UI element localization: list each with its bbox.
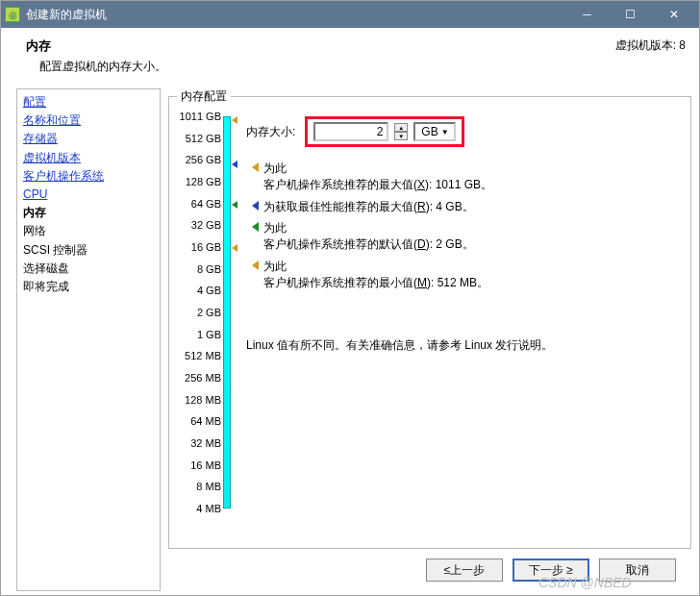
scale-marker-icon [232, 244, 238, 252]
page-subtitle: 配置虚拟机的内存大小。 [39, 59, 615, 75]
back-button[interactable]: ≤上一步 [426, 559, 503, 582]
scale-marker-icon [232, 116, 238, 124]
highlight-box: ▲ ▼ GB ▼ [305, 116, 463, 147]
wizard-steps-sidebar: 配置名称和位置存储器虚拟机版本客户机操作系统CPU内存网络SCSI 控制器选择磁… [16, 88, 161, 591]
recommendation-row: 为此客户机操作系统推荐的最小值(M): 512 MB。 [246, 259, 683, 291]
scale-tick: 4 GB [177, 285, 221, 296]
spin-down-icon[interactable]: ▼ [394, 132, 408, 140]
caret-icon [252, 261, 259, 270]
window-title: 创建新的虚拟机 [26, 7, 565, 23]
scale-tick: 4 MB [177, 503, 221, 514]
scale-tick: 1011 GB [177, 111, 221, 122]
close-button[interactable]: ✕ [652, 3, 695, 26]
memory-size-input-box [313, 122, 388, 141]
scale-tick: 8 MB [177, 481, 221, 492]
app-icon: ◎ [5, 7, 20, 22]
memory-unit-select[interactable]: GB ▼ [413, 122, 455, 141]
dialog-window: ◎ 创建新的虚拟机 ─ ☐ ✕ 内存 配置虚拟机的内存大小。 虚拟机版本: 8 … [0, 0, 700, 596]
wizard-header: 内存 配置虚拟机的内存大小。 虚拟机版本: 8 [1, 28, 699, 85]
sidebar-item[interactable]: 存储器 [23, 130, 154, 148]
rec-line2: 为获取最佳性能推荐的最大值(R): 4 GB。 [263, 199, 683, 215]
memory-size-label: 内存大小: [246, 124, 295, 140]
scale-tick: 32 GB [177, 219, 221, 231]
sidebar-item[interactable]: 配置 [23, 93, 154, 112]
scale-tick: 1 GB [177, 329, 221, 340]
titlebar: ◎ 创建新的虚拟机 ─ ☐ ✕ [1, 1, 699, 28]
caret-icon [252, 162, 259, 172]
rec-line1: 为此 [263, 259, 683, 275]
wizard-buttons: ≤上一步 下一步 ≥ 取消 [168, 549, 691, 591]
maximize-button[interactable]: ☐ [609, 3, 652, 26]
scale-tick: 128 MB [177, 394, 221, 406]
scale-tick: 256 MB [177, 372, 221, 384]
sidebar-item[interactable]: 名称和位置 [23, 112, 154, 130]
footnote: Linux 值有所不同。有关准确信息，请参考 Linux 发行说明。 [246, 337, 683, 354]
scale-tick: 8 GB [177, 263, 221, 275]
recommendation-row: 为此客户机操作系统推荐的最大值(X): 1011 GB。 [246, 161, 683, 193]
sidebar-item[interactable]: 虚拟机版本 [23, 149, 154, 167]
sidebar-item[interactable]: 客户机操作系统 [23, 167, 154, 186]
recommendation-row: 为此客户机操作系统推荐的默认值(D): 2 GB。 [246, 220, 683, 253]
scale-tick: 64 MB [177, 415, 221, 427]
scale-tick: 64 GB [177, 198, 221, 210]
chevron-down-icon: ▼ [441, 128, 449, 137]
recommendation-row: 为获取最佳性能推荐的最大值(R): 4 GB。 [246, 199, 683, 215]
sidebar-item: 内存 [23, 204, 154, 222]
spin-up-icon[interactable]: ▲ [394, 123, 408, 132]
scale-marker-icon [232, 161, 238, 168]
caret-icon [252, 222, 259, 232]
scale-tick: 16 GB [177, 241, 221, 253]
memory-scale[interactable]: 1011 GB512 GB256 GB128 GB64 GB32 GB16 GB… [177, 114, 235, 518]
rec-line1: 为此 [263, 220, 683, 236]
rec-line2: 客户机操作系统推荐的最小值(M): 512 MB。 [263, 275, 683, 291]
sidebar-item[interactable]: CPU [23, 186, 154, 204]
memory-unit-value: GB [421, 125, 438, 138]
scale-tick: 2 GB [177, 307, 221, 318]
page-title: 内存 [26, 37, 615, 55]
sidebar-item: 即将完成 [23, 278, 154, 296]
scale-tick: 32 MB [177, 437, 221, 449]
scale-marker-icon [232, 201, 238, 209]
recommendations-list: 为此客户机操作系统推荐的最大值(X): 1011 GB。为获取最佳性能推荐的最大… [246, 161, 683, 291]
sidebar-item: SCSI 控制器 [23, 241, 154, 260]
cancel-button[interactable]: 取消 [599, 559, 676, 582]
group-legend: 内存配置 [177, 88, 231, 105]
memory-config-group: 内存配置 1011 GB512 GB256 GB128 GB64 GB32 GB… [168, 88, 691, 549]
rec-line1: 为此 [263, 161, 683, 177]
scale-bar [223, 116, 231, 509]
rec-line2: 客户机操作系统推荐的默认值(D): 2 GB。 [263, 236, 683, 253]
sidebar-item: 网络 [23, 222, 154, 240]
minimize-button[interactable]: ─ [565, 3, 609, 26]
scale-tick: 256 GB [177, 154, 221, 165]
caret-icon [252, 201, 259, 211]
memory-size-input[interactable] [319, 125, 383, 138]
memory-size-stepper[interactable]: ▲ ▼ [394, 123, 408, 140]
scale-tick: 512 GB [177, 133, 221, 144]
sidebar-item: 选择磁盘 [23, 260, 154, 278]
next-button[interactable]: 下一步 ≥ [512, 559, 589, 582]
vm-version-label: 虚拟机版本: 8 [615, 37, 686, 75]
scale-tick: 128 GB [177, 176, 221, 187]
rec-line2: 客户机操作系统推荐的最大值(X): 1011 GB。 [263, 177, 683, 193]
scale-tick: 16 MB [177, 459, 221, 471]
scale-tick: 512 MB [177, 350, 221, 361]
